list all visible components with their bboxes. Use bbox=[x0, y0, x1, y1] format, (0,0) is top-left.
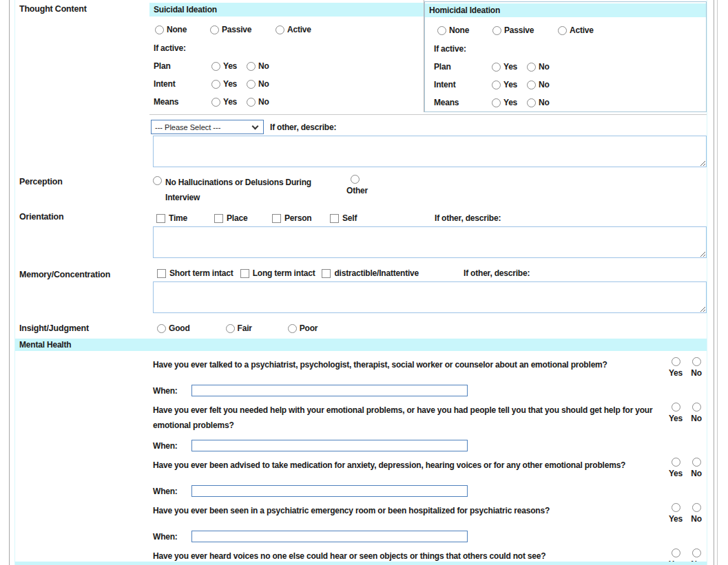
thought-other-textarea[interactable] bbox=[153, 136, 707, 167]
mh-question-1-text: Have you ever talked to a psychiatrist, … bbox=[153, 357, 663, 372]
orientation-place-checkbox[interactable] bbox=[214, 214, 223, 223]
memory-long-term-label: Long term intact bbox=[253, 268, 315, 278]
homicidal-if-active-label: If active: bbox=[434, 44, 706, 54]
memory-short-term-checkbox[interactable] bbox=[157, 269, 166, 278]
insight-fair-radio[interactable] bbox=[226, 324, 235, 333]
homicidal-active-label: Active bbox=[570, 25, 594, 35]
thought-content-label: Thought Content bbox=[15, 0, 149, 112]
mh-question-2-text: Have you ever felt you needed help with … bbox=[153, 403, 663, 433]
homicidal-passive-radio[interactable] bbox=[492, 26, 501, 35]
mh-q2-no-radio[interactable] bbox=[692, 403, 701, 412]
perception-no-hallucinations-radio[interactable] bbox=[153, 176, 162, 185]
thought-other-row: --- Please Select --- If other, describe… bbox=[15, 112, 707, 167]
thought-content-panels-wrap: Suicidal Ideation None Passive Active If… bbox=[149, 0, 707, 112]
homicidal-plan-yes-radio[interactable] bbox=[492, 63, 501, 72]
orientation-person-checkbox[interactable] bbox=[272, 214, 281, 223]
orientation-self-label: Self bbox=[342, 213, 357, 223]
perception-other-radio[interactable] bbox=[351, 175, 360, 184]
suicidal-means-row: Means Yes No bbox=[154, 97, 424, 107]
mh-question-2: Have you ever felt you needed help with … bbox=[153, 403, 707, 433]
suicidal-severity-options: None Passive Active bbox=[155, 25, 424, 34]
mh-q3-no-radio[interactable] bbox=[692, 458, 701, 467]
homicidal-means-yes-radio[interactable] bbox=[492, 98, 501, 107]
suicidal-ideation-header: Suicidal Ideation bbox=[149, 3, 424, 17]
perception-other-label: Other bbox=[346, 186, 368, 195]
insight-options: Good Fair Poor bbox=[157, 323, 707, 333]
thought-dropdown-row: --- Please Select --- If other, describe… bbox=[151, 120, 707, 134]
memory-distractible-checkbox[interactable] bbox=[322, 269, 331, 278]
orientation-row: Orientation Time Place Person Self If ot… bbox=[15, 208, 707, 258]
insight-poor-radio[interactable] bbox=[288, 324, 297, 333]
mh-q1-yes-radio[interactable] bbox=[672, 357, 680, 366]
mh-q5-no-radio[interactable] bbox=[692, 548, 701, 557]
suicidal-plan-yes-radio[interactable] bbox=[211, 62, 220, 71]
mh-when-2-input[interactable] bbox=[191, 440, 468, 451]
homicidal-plan-label: Plan bbox=[434, 62, 492, 72]
yes-label: Yes bbox=[669, 469, 683, 478]
orientation-place-label: Place bbox=[227, 213, 247, 223]
ideation-panels: Suicidal Ideation None Passive Active If… bbox=[149, 0, 707, 112]
mental-health-questions: Have you ever talked to a psychiatrist, … bbox=[15, 357, 707, 565]
orientation-time-checkbox[interactable] bbox=[156, 214, 165, 223]
no-label: No bbox=[539, 80, 550, 89]
orientation-self-checkbox[interactable] bbox=[330, 214, 339, 223]
suicidal-none-label: None bbox=[167, 25, 187, 34]
suicidal-intent-no-radio[interactable] bbox=[247, 80, 256, 89]
suicidal-active-radio[interactable] bbox=[275, 25, 284, 34]
form-content: Thought Content Suicidal Ideation None P… bbox=[15, 0, 707, 565]
mh-question-1-yesno: Yes No bbox=[667, 357, 705, 378]
homicidal-plan-no-radio[interactable] bbox=[527, 63, 536, 72]
mh-question-3: Have you ever been advised to take medic… bbox=[153, 458, 707, 478]
homicidal-ideation-header: Homicidal Ideation bbox=[425, 3, 706, 17]
no-label: No bbox=[691, 414, 702, 423]
mh-question-3-yesno: Yes No bbox=[667, 458, 705, 478]
mh-question-2-yesno: Yes No bbox=[667, 403, 705, 423]
homicidal-intent-no-radio[interactable] bbox=[527, 81, 536, 89]
yes-label: Yes bbox=[669, 414, 683, 423]
thought-content-select[interactable]: --- Please Select --- bbox=[151, 120, 264, 134]
homicidal-ideation-panel: Homicidal Ideation None Passive Active I… bbox=[424, 1, 707, 112]
yes-label: Yes bbox=[223, 97, 237, 107]
mh-when-2-row: When: bbox=[153, 440, 707, 451]
no-label: No bbox=[691, 469, 702, 478]
orientation-checkboxes: Time Place Person Self If other, describ… bbox=[156, 213, 707, 223]
no-label: No bbox=[258, 79, 269, 89]
orientation-if-other-label: If other, describe: bbox=[435, 213, 501, 223]
memory-distractible-label: distractible/Inattentive bbox=[334, 268, 419, 278]
homicidal-means-no-radio[interactable] bbox=[527, 98, 536, 107]
suicidal-means-yes-radio[interactable] bbox=[211, 98, 220, 107]
mh-q4-no-radio[interactable] bbox=[692, 503, 701, 512]
perception-content: No Hallucinations or Delusions During In… bbox=[149, 173, 707, 205]
homicidal-none-radio[interactable] bbox=[437, 26, 446, 35]
mh-when-3-input[interactable] bbox=[191, 485, 468, 497]
mh-when-1-row: When: bbox=[153, 385, 707, 396]
memory-textarea[interactable] bbox=[153, 281, 707, 313]
suicidal-intent-yes-radio[interactable] bbox=[211, 80, 220, 89]
homicidal-active-radio[interactable] bbox=[558, 26, 567, 35]
suicidal-passive-radio[interactable] bbox=[210, 25, 219, 34]
mh-q4-yes-radio[interactable] bbox=[672, 503, 680, 512]
mh-question-4-yesno: Yes No bbox=[667, 503, 705, 524]
mh-q5-yes-radio[interactable] bbox=[672, 548, 680, 557]
orientation-time-label: Time bbox=[169, 213, 187, 223]
mh-q1-no-radio[interactable] bbox=[692, 357, 701, 366]
insight-good-radio[interactable] bbox=[157, 324, 166, 333]
mh-when-4-input[interactable] bbox=[191, 531, 468, 542]
yes-label: Yes bbox=[669, 368, 683, 378]
yes-label: Yes bbox=[223, 61, 237, 71]
suicidal-means-no-radio[interactable] bbox=[247, 98, 256, 107]
mental-health-header: Mental Health bbox=[15, 339, 707, 351]
chevron-down-icon bbox=[252, 122, 259, 129]
mh-when-1-input[interactable] bbox=[191, 385, 468, 396]
memory-if-other-label: If other, describe: bbox=[464, 268, 530, 278]
no-label: No bbox=[258, 97, 269, 107]
orientation-textarea[interactable] bbox=[153, 226, 707, 258]
suicidal-plan-no-radio[interactable] bbox=[247, 62, 256, 71]
memory-long-term-checkbox[interactable] bbox=[240, 269, 249, 278]
when-label: When: bbox=[153, 441, 191, 451]
mh-q2-yes-radio[interactable] bbox=[672, 403, 680, 412]
suicidal-none-radio[interactable] bbox=[155, 25, 164, 34]
homicidal-intent-yes-radio[interactable] bbox=[492, 81, 501, 89]
orientation-label: Orientation bbox=[15, 208, 149, 258]
mh-q3-yes-radio[interactable] bbox=[672, 458, 680, 467]
